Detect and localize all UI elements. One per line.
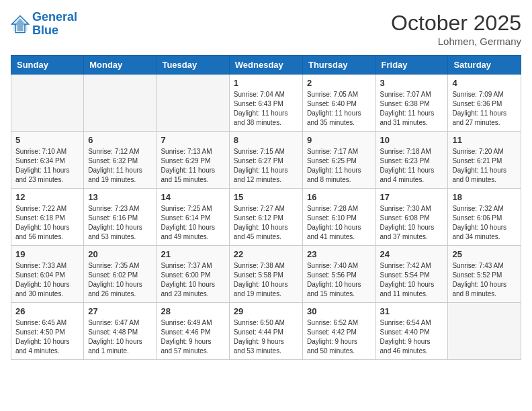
day-info: Sunrise: 7:30 AM Sunset: 6:08 PM Dayligh… (380, 204, 444, 242)
calendar-cell: 20Sunrise: 7:35 AM Sunset: 6:02 PM Dayli… (84, 246, 157, 303)
day-info: Sunrise: 7:17 AM Sunset: 6:25 PM Dayligh… (307, 147, 371, 185)
day-number: 7 (161, 135, 224, 145)
day-info: Sunrise: 7:05 AM Sunset: 6:40 PM Dayligh… (307, 90, 371, 128)
calendar-cell: 7Sunrise: 7:13 AM Sunset: 6:29 PM Daylig… (157, 132, 229, 189)
location: Lohmen, Germany (391, 36, 521, 47)
calendar-cell: 18Sunrise: 7:32 AM Sunset: 6:06 PM Dayli… (448, 189, 521, 246)
day-info: Sunrise: 6:45 AM Sunset: 4:50 PM Dayligh… (15, 318, 79, 356)
day-number: 22 (234, 249, 298, 259)
calendar-cell: 28Sunrise: 6:49 AM Sunset: 4:46 PM Dayli… (157, 303, 229, 360)
calendar-table: SundayMondayTuesdayWednesdayThursdayFrid… (11, 55, 521, 360)
weekday-header-monday: Monday (84, 56, 157, 75)
day-info: Sunrise: 7:40 AM Sunset: 5:56 PM Dayligh… (307, 261, 371, 299)
calendar-cell: 17Sunrise: 7:30 AM Sunset: 6:08 PM Dayli… (375, 189, 448, 246)
day-info: Sunrise: 7:18 AM Sunset: 6:23 PM Dayligh… (380, 147, 444, 185)
calendar-cell (84, 75, 157, 132)
calendar-cell (11, 75, 84, 132)
calendar-cell: 21Sunrise: 7:37 AM Sunset: 6:00 PM Dayli… (157, 246, 229, 303)
day-number: 29 (234, 306, 298, 316)
month-title: October 2025 (391, 11, 521, 36)
day-info: Sunrise: 7:20 AM Sunset: 6:21 PM Dayligh… (452, 147, 517, 185)
day-number: 15 (234, 192, 298, 202)
day-info: Sunrise: 7:10 AM Sunset: 6:34 PM Dayligh… (15, 147, 79, 185)
day-info: Sunrise: 6:47 AM Sunset: 4:48 PM Dayligh… (88, 318, 152, 356)
weekday-header-sunday: Sunday (11, 56, 84, 75)
calendar-cell: 8Sunrise: 7:15 AM Sunset: 6:27 PM Daylig… (229, 132, 302, 189)
day-number: 6 (88, 135, 152, 145)
day-number: 3 (380, 78, 444, 88)
day-info: Sunrise: 7:33 AM Sunset: 6:04 PM Dayligh… (15, 261, 79, 299)
day-number: 19 (15, 249, 79, 259)
weekday-header-thursday: Thursday (302, 56, 375, 75)
calendar-cell: 1Sunrise: 7:04 AM Sunset: 6:43 PM Daylig… (229, 75, 302, 132)
calendar-cell: 31Sunrise: 6:54 AM Sunset: 4:40 PM Dayli… (375, 303, 448, 360)
weekday-header-saturday: Saturday (448, 56, 521, 75)
week-row-4: 19Sunrise: 7:33 AM Sunset: 6:04 PM Dayli… (11, 246, 521, 303)
day-number: 23 (307, 249, 371, 259)
day-number: 9 (307, 135, 371, 145)
calendar-cell: 27Sunrise: 6:47 AM Sunset: 4:48 PM Dayli… (84, 303, 157, 360)
day-info: Sunrise: 7:04 AM Sunset: 6:43 PM Dayligh… (234, 90, 298, 128)
day-info: Sunrise: 7:09 AM Sunset: 6:36 PM Dayligh… (452, 90, 517, 128)
calendar-cell: 25Sunrise: 7:43 AM Sunset: 5:52 PM Dayli… (448, 246, 521, 303)
day-info: Sunrise: 7:27 AM Sunset: 6:12 PM Dayligh… (234, 204, 298, 242)
title-block: October 2025 Lohmen, Germany (391, 11, 521, 47)
calendar-cell: 23Sunrise: 7:40 AM Sunset: 5:56 PM Dayli… (302, 246, 375, 303)
weekday-header-wednesday: Wednesday (229, 56, 302, 75)
day-number: 11 (452, 135, 517, 145)
calendar-cell (448, 303, 521, 360)
day-info: Sunrise: 6:52 AM Sunset: 4:42 PM Dayligh… (307, 318, 371, 356)
day-info: Sunrise: 6:49 AM Sunset: 4:46 PM Dayligh… (161, 318, 224, 356)
day-info: Sunrise: 6:54 AM Sunset: 4:40 PM Dayligh… (380, 318, 444, 356)
day-number: 5 (15, 135, 79, 145)
logo-text: General Blue (32, 11, 77, 38)
day-number: 30 (307, 306, 371, 316)
calendar-cell: 4Sunrise: 7:09 AM Sunset: 6:36 PM Daylig… (448, 75, 521, 132)
day-number: 2 (307, 78, 371, 88)
day-info: Sunrise: 7:28 AM Sunset: 6:10 PM Dayligh… (307, 204, 371, 242)
calendar-cell: 22Sunrise: 7:38 AM Sunset: 5:58 PM Dayli… (229, 246, 302, 303)
day-number: 10 (380, 135, 444, 145)
day-number: 4 (452, 78, 517, 88)
calendar-cell: 29Sunrise: 6:50 AM Sunset: 4:44 PM Dayli… (229, 303, 302, 360)
calendar-cell: 3Sunrise: 7:07 AM Sunset: 6:38 PM Daylig… (375, 75, 448, 132)
calendar-cell: 6Sunrise: 7:12 AM Sunset: 6:32 PM Daylig… (84, 132, 157, 189)
calendar-cell: 12Sunrise: 7:22 AM Sunset: 6:18 PM Dayli… (11, 189, 84, 246)
day-number: 28 (161, 306, 224, 316)
day-info: Sunrise: 7:38 AM Sunset: 5:58 PM Dayligh… (234, 261, 298, 299)
day-number: 12 (15, 192, 79, 202)
day-info: Sunrise: 7:15 AM Sunset: 6:27 PM Dayligh… (234, 147, 298, 185)
day-info: Sunrise: 7:37 AM Sunset: 6:00 PM Dayligh… (161, 261, 224, 299)
day-number: 21 (161, 249, 224, 259)
day-number: 14 (161, 192, 224, 202)
day-info: Sunrise: 7:23 AM Sunset: 6:16 PM Dayligh… (88, 204, 152, 242)
calendar-cell (157, 75, 229, 132)
day-info: Sunrise: 7:43 AM Sunset: 5:52 PM Dayligh… (452, 261, 517, 299)
calendar-cell: 10Sunrise: 7:18 AM Sunset: 6:23 PM Dayli… (375, 132, 448, 189)
calendar-cell: 24Sunrise: 7:42 AM Sunset: 5:54 PM Dayli… (375, 246, 448, 303)
day-number: 24 (380, 249, 444, 259)
calendar-cell: 14Sunrise: 7:25 AM Sunset: 6:14 PM Dayli… (157, 189, 229, 246)
calendar-cell: 30Sunrise: 6:52 AM Sunset: 4:42 PM Dayli… (302, 303, 375, 360)
calendar-cell: 5Sunrise: 7:10 AM Sunset: 6:34 PM Daylig… (11, 132, 84, 189)
day-number: 20 (88, 249, 152, 259)
day-number: 17 (380, 192, 444, 202)
calendar-cell: 9Sunrise: 7:17 AM Sunset: 6:25 PM Daylig… (302, 132, 375, 189)
week-row-2: 5Sunrise: 7:10 AM Sunset: 6:34 PM Daylig… (11, 132, 521, 189)
day-number: 27 (88, 306, 152, 316)
day-info: Sunrise: 7:13 AM Sunset: 6:29 PM Dayligh… (161, 147, 224, 185)
day-number: 16 (307, 192, 371, 202)
calendar-cell: 2Sunrise: 7:05 AM Sunset: 6:40 PM Daylig… (302, 75, 375, 132)
logo: General Blue (11, 11, 77, 38)
weekday-header-tuesday: Tuesday (157, 56, 229, 75)
day-info: Sunrise: 6:50 AM Sunset: 4:44 PM Dayligh… (234, 318, 298, 356)
day-info: Sunrise: 7:32 AM Sunset: 6:06 PM Dayligh… (452, 204, 517, 242)
calendar-cell: 13Sunrise: 7:23 AM Sunset: 6:16 PM Dayli… (84, 189, 157, 246)
day-number: 31 (380, 306, 444, 316)
week-row-1: 1Sunrise: 7:04 AM Sunset: 6:43 PM Daylig… (11, 75, 521, 132)
day-number: 25 (452, 249, 517, 259)
day-info: Sunrise: 7:07 AM Sunset: 6:38 PM Dayligh… (380, 90, 444, 128)
day-number: 8 (234, 135, 298, 145)
calendar-cell: 15Sunrise: 7:27 AM Sunset: 6:12 PM Dayli… (229, 189, 302, 246)
week-row-3: 12Sunrise: 7:22 AM Sunset: 6:18 PM Dayli… (11, 189, 521, 246)
